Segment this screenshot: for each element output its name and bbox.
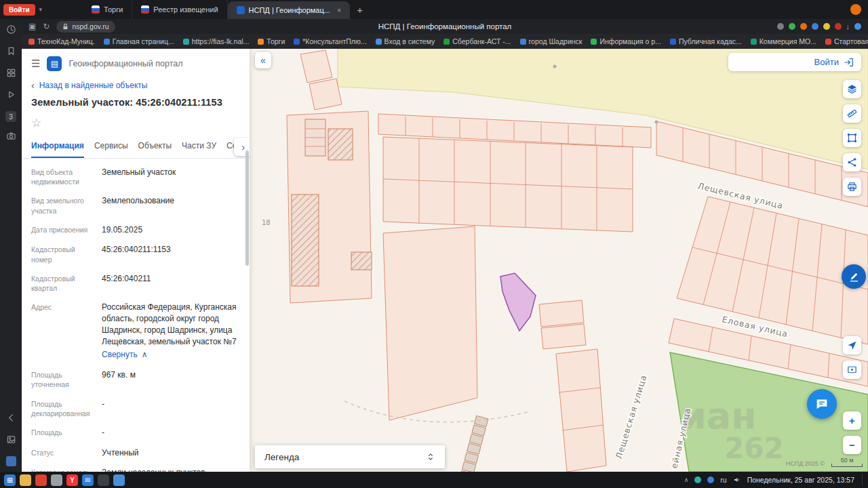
start-button[interactable]: ⊞ [4, 474, 16, 486]
bookmark[interactable]: *КонсультантПлю... [294, 37, 366, 45]
reload-icon[interactable]: ↻ [43, 22, 50, 31]
extension-icon[interactable] [835, 23, 842, 30]
show-desktop-button[interactable] [862, 474, 864, 486]
field-row: СтатусУчтенный [31, 447, 240, 459]
apps-grid-icon[interactable] [6, 68, 16, 81]
extension-icon[interactable] [812, 23, 818, 30]
image-icon[interactable] [6, 434, 16, 447]
field-row: Дата присвоения19.05.2025 [31, 224, 240, 236]
downloads-icon[interactable]: ↓ [846, 22, 850, 30]
explorer-icon[interactable] [20, 474, 31, 486]
bookmark[interactable]: Главная страниц... [104, 37, 174, 45]
browser-addressbar: ▣ ↻ nspd.gov.ru НСПД | Геоинформационный… [22, 19, 868, 34]
zoom-out-button[interactable]: − [843, 436, 861, 454]
bookmark-favicon [670, 39, 676, 45]
share-button[interactable] [843, 153, 861, 171]
browser-avatar[interactable] [850, 4, 861, 15]
my-location-button[interactable] [843, 336, 861, 354]
bookmark[interactable]: https://fias-lk.nal... [183, 37, 250, 45]
app-icon-red[interactable] [35, 474, 47, 486]
bookmark-favicon [443, 39, 450, 45]
legend-bar[interactable]: Легенда [255, 445, 445, 468]
extension-icon[interactable] [823, 23, 830, 30]
browser-tab-torgi[interactable]: Торги [83, 0, 132, 19]
play-icon[interactable] [6, 89, 16, 102]
object-info-panel: ☰ ▤ Геоинформационный портал ‹ Назад в н… [22, 49, 250, 472]
notifications-badge[interactable]: 3 [5, 111, 16, 122]
expand-collapse-icon[interactable] [426, 452, 435, 462]
tray-app-icon[interactable] [694, 476, 701, 483]
camera-icon[interactable] [6, 131, 16, 144]
extension-icon[interactable] [789, 23, 795, 30]
bookmark[interactable]: Публичная кадас... [670, 37, 742, 45]
portal-title: Геоинформационный портал [68, 59, 182, 68]
tab-parts[interactable]: Части ЗУ [182, 141, 216, 158]
map-viewport[interactable]: Лещевская улица Лещевская улица Еловая у… [250, 49, 868, 472]
ruler-button[interactable] [843, 104, 861, 123]
profile-icon[interactable] [854, 23, 861, 30]
bookmark[interactable]: Стартовая стран... [825, 37, 868, 45]
chat-button[interactable] [807, 389, 837, 419]
extension-icon[interactable] [777, 23, 784, 30]
cadastral-map[interactable]: Лещевская улица Лещевская улица Еловая у… [250, 49, 868, 472]
bookmark[interactable]: Торги [258, 37, 285, 45]
field-row: Кадастровый квартал45:26:040211 [31, 273, 240, 293]
bookmark[interactable]: Коммерция МО... [751, 37, 816, 45]
back-link[interactable]: ‹ Назад в найденные объекты [22, 74, 250, 92]
field-row: Кадастровый номер45:26:040211:1153 [31, 244, 240, 264]
bookmark[interactable]: город Шадринск [520, 37, 583, 45]
tray-caret-icon[interactable]: ∧ [684, 476, 689, 483]
tab-objects[interactable]: Объекты [138, 141, 172, 158]
browser-tab-nspd-active[interactable]: НСПД | Геоинформац... × [228, 1, 351, 19]
system-tray: ∧ ru Понедельник, 25 авг 2025, 13:57 [684, 474, 868, 486]
clock[interactable]: Понедельник, 25 авг 2025, 13:57 [747, 476, 854, 484]
bookmark-icon[interactable] [6, 46, 16, 59]
panel-tabs: Информация Сервисы Объекты Части ЗУ Сост… [22, 137, 250, 159]
extension-icon[interactable] [800, 23, 807, 30]
extent-button[interactable] [843, 361, 861, 379]
side-panel-icon[interactable]: ▣ [28, 22, 36, 31]
draw-tools-button[interactable] [842, 264, 866, 289]
new-tab-button[interactable]: + [357, 4, 363, 16]
chevron-up-icon: ∧ [142, 349, 148, 361]
bookmark[interactable]: Вход в систему [376, 37, 435, 45]
browser-profile-button[interactable]: Войти [3, 4, 35, 16]
zoom-in-button[interactable]: + [843, 411, 861, 430]
terminal-icon[interactable] [98, 474, 109, 486]
favorite-star-icon[interactable]: ☆ [22, 116, 250, 137]
map-scale-area: НСПД 2025 © 50 м [786, 457, 863, 467]
volume-icon[interactable] [733, 476, 741, 484]
login-bar[interactable]: Войти [728, 53, 861, 71]
tab-information[interactable]: Информация [31, 141, 84, 158]
print-button[interactable] [843, 178, 861, 196]
menu-icon[interactable]: ☰ [31, 58, 40, 70]
tray-app-icon[interactable] [707, 476, 714, 483]
bookmark[interactable]: Сбербанк-АСТ -... [443, 37, 511, 45]
collapse-panel-button[interactable]: « [255, 52, 271, 68]
collapse-rail-icon[interactable] [6, 413, 16, 426]
field-row: Площадь декларированная- [31, 399, 240, 418]
app-icon-gray[interactable] [51, 474, 62, 486]
panel-scrollbar[interactable] [245, 150, 249, 266]
portal-header: ☰ ▤ Геоинформационный портал [22, 49, 250, 74]
history-icon[interactable] [6, 24, 16, 37]
chevron-left-icon: ‹ [31, 82, 35, 89]
bookmark[interactable]: Информация о р... [591, 37, 661, 45]
url-field[interactable]: nspd.gov.ru [56, 21, 115, 33]
extensions-area: ↓ [777, 22, 862, 30]
layers-button[interactable] [843, 80, 861, 98]
panel-app-icon[interactable] [6, 456, 16, 466]
browser-tab-reestr[interactable]: Реестр извещений [132, 0, 227, 19]
tab-services[interactable]: Сервисы [94, 141, 128, 158]
field-row: Вид объекта недвижимостиЗемельный участо… [31, 167, 240, 186]
bookmark[interactable]: ТехноКад-Муниц. [28, 37, 95, 45]
edge-icon[interactable] [113, 474, 125, 486]
map-point [655, 121, 658, 124]
tab-close-icon[interactable]: × [337, 6, 341, 14]
yandex-browser-icon[interactable]: Y [66, 474, 78, 486]
chevron-down-icon[interactable]: ▾ [39, 6, 43, 13]
collapse-address-link[interactable]: Свернуть∧ [102, 349, 147, 361]
language-indicator[interactable]: ru [720, 476, 726, 484]
mail-icon[interactable]: ✉ [82, 474, 94, 486]
measure-area-button[interactable] [843, 129, 861, 147]
